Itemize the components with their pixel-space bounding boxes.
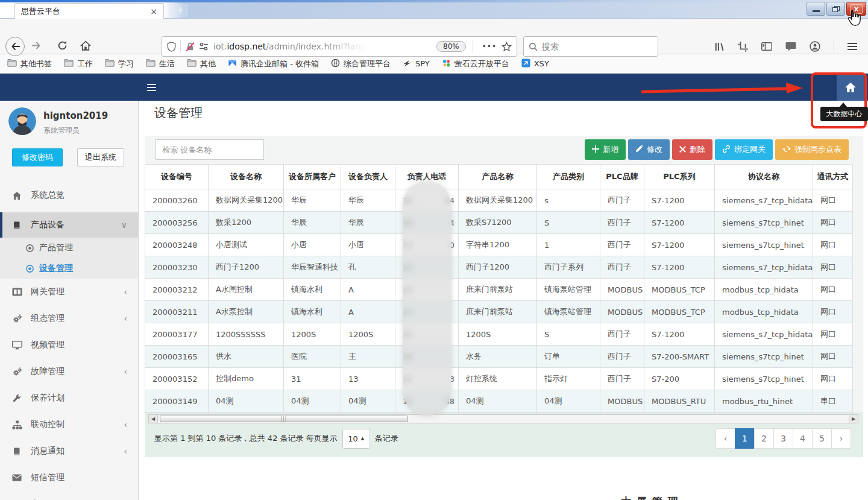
table-row[interactable]: 200003230西门子1200华辰智通科技孔15西门子1200西门子系列西门子… [145, 256, 853, 279]
sidebar-item[interactable]: 消息通知‹ [0, 438, 138, 464]
pagination-summary: 显示第 1 到第 10 条记录 , 总共 42 条记录 每页显示 10 ▲ 条记… [154, 428, 398, 449]
column-header[interactable]: 通讯方式 [813, 165, 853, 189]
sidebar-item[interactable]: 系统总览 [0, 179, 138, 212]
scroll-right-arrow-icon[interactable]: ▶ [849, 415, 858, 423]
table-row[interactable]: 200003248小唐测试小唐小唐130字符串12001西门子S7-1200si… [145, 234, 853, 256]
page-actions-icon[interactable]: ••• [482, 42, 497, 51]
table-cell: 04测 [341, 390, 395, 413]
sidebar-item[interactable]: 产品设备∨ [0, 212, 138, 238]
column-header[interactable]: 设备负责人 [341, 165, 395, 189]
bookmark-star-icon[interactable] [502, 42, 512, 52]
action-button[interactable]: 新增 [585, 139, 626, 160]
table-cell: 200003230 [145, 256, 209, 279]
sidebar-toggle-icon[interactable] [761, 42, 772, 51]
reload-button[interactable] [57, 40, 68, 52]
column-header[interactable]: 设备名称 [209, 165, 284, 189]
page-number[interactable]: 2 [754, 428, 774, 449]
bookmark-item[interactable]: SPY [403, 59, 430, 69]
tab-title: 思普云平台 [21, 6, 150, 17]
device-search-input[interactable] [156, 139, 264, 160]
change-password-button[interactable]: 修改密码 [12, 148, 63, 166]
column-header[interactable]: 协议名称 [715, 165, 813, 189]
column-header[interactable]: PLC系列 [644, 165, 715, 189]
page-number[interactable]: 5 [812, 428, 832, 449]
sidebar-item[interactable]: 视频管理 [0, 332, 138, 358]
bookmark-item[interactable]: 学习 [105, 59, 134, 69]
browser-tab[interactable]: 思普云平台 × [14, 3, 164, 19]
table-row[interactable]: 200003256数采1200华辰华辰184数采S71200S西门子S7-120… [145, 212, 853, 234]
column-header[interactable]: 产品类别 [537, 165, 600, 189]
bookmark-item[interactable]: 其他 [187, 59, 216, 69]
horizontal-scrollbar[interactable]: ◀ ||| ▶ [148, 414, 858, 423]
page-number[interactable]: 1 [735, 428, 755, 449]
page-number[interactable]: 4 [793, 428, 813, 449]
sitemap-icon [12, 420, 24, 429]
action-button[interactable]: 删除 [672, 139, 712, 160]
page-number[interactable]: 3 [773, 428, 793, 449]
action-button[interactable]: 修改 [628, 139, 670, 160]
action-button[interactable]: 强制同步点表 [775, 139, 849, 160]
sidebar-subitem[interactable]: 设备管理 [0, 258, 138, 279]
sidebar-item[interactable]: 组态管理‹ [0, 305, 138, 332]
column-header[interactable]: 产品名称 [459, 165, 537, 189]
table-row[interactable]: 200003152控制demo3113153灯控系统指示灯西门子S7-200si… [145, 368, 853, 390]
column-header[interactable]: 设备编号 [145, 165, 209, 189]
sidebar-item[interactable]: 网关管理‹ [0, 279, 138, 305]
table-cell: 数采S71200 [459, 212, 537, 234]
browser-search-box[interactable] [523, 36, 658, 57]
account-icon[interactable] [810, 41, 820, 52]
column-header[interactable]: PLC品牌 [600, 165, 644, 189]
library-icon[interactable] [714, 42, 725, 52]
screenshot-crop-icon[interactable] [738, 42, 748, 52]
bookmark-item[interactable]: 工作 [64, 59, 93, 69]
bookmark-item[interactable]: XSY [521, 59, 549, 69]
logout-button[interactable]: 退出系统 [77, 148, 124, 166]
bookmark-item[interactable]: 其他书签 [7, 59, 52, 69]
table-cell: S7-1200 [644, 323, 715, 346]
bookmark-item[interactable]: 萤石云开放平台 [442, 59, 509, 69]
monitor-icon [12, 341, 24, 350]
forward-button[interactable] [31, 40, 42, 53]
bookmark-item[interactable]: 综合管理平台 [331, 59, 391, 69]
table-row[interactable]: 200003212A水闸控制镇海水利A13庶来门前泵站镇海泵站管理MODBUSM… [145, 279, 853, 301]
restore-button[interactable] [826, 2, 845, 16]
folder-icon [187, 59, 197, 69]
table-row[interactable]: 2000031771200SSSSSS1200S1200S151200SS西门子… [145, 323, 853, 346]
table-row[interactable]: 200003211A水泵控制镇海水利A13庶来门前泵站镇海泵站管理MODBUSM… [145, 301, 853, 323]
app-menu-icon[interactable] [848, 41, 857, 52]
table-row[interactable]: 200003165供水医院王18水务订单西门子S7-200-SMARTsieme… [145, 346, 853, 368]
column-header[interactable]: 设备所属客户 [284, 165, 341, 189]
circle-dot-icon [25, 244, 34, 253]
scroll-left-arrow-icon[interactable]: ◀ [149, 415, 158, 423]
avatar[interactable] [8, 107, 36, 135]
browser-search-input[interactable] [542, 42, 632, 51]
toolbar-icons [714, 40, 857, 53]
sidebar-item[interactable]: 大屏管理 [0, 491, 138, 500]
new-tab-button[interactable]: + [172, 4, 188, 17]
tab-close-icon[interactable]: × [150, 7, 157, 16]
table-cell: MODBUS [600, 390, 644, 413]
sidebar-subitem[interactable]: 产品管理 [0, 238, 138, 258]
home-button[interactable] [80, 40, 91, 52]
url-bar[interactable]: iot.idosp.net/admin/index.html?langu 80%… [162, 36, 517, 57]
sidebar-item[interactable]: 联动控制‹ [0, 411, 138, 438]
table-row[interactable]: 200003260数据网关采集1200华辰华辰1804数据网关采集1200s西门… [145, 189, 853, 212]
bookmark-item[interactable]: 腾讯企业邮箱 - 收件箱 [228, 59, 319, 69]
zoom-level-badge[interactable]: 80% [436, 41, 466, 52]
action-button[interactable]: 绑定网关 [715, 139, 773, 160]
sidebar-item[interactable]: 保养计划 [0, 385, 138, 411]
minimize-button[interactable] [807, 2, 825, 16]
bookmark-item[interactable]: 生活 [146, 59, 175, 69]
back-button[interactable] [5, 37, 25, 56]
sidebar-item[interactable]: 故障管理‹ [0, 358, 138, 385]
table-cell: 网口 [813, 323, 853, 346]
table-cell: 字符串1200 [459, 234, 537, 256]
page-prev[interactable]: ‹ [715, 428, 735, 449]
table-row[interactable]: 20000314904测04测04测153804测04测MODBUSMODBUS… [145, 390, 853, 413]
sidebar-item[interactable]: 短信管理 [0, 464, 138, 491]
page-next[interactable]: › [831, 428, 851, 449]
sidebar-collapse-icon[interactable] [147, 82, 156, 93]
scrollbar-thumb[interactable]: ||| [160, 416, 408, 422]
chat-bubble-icon[interactable] [785, 42, 796, 51]
page-size-dropdown[interactable]: 10 ▲ [342, 429, 370, 449]
